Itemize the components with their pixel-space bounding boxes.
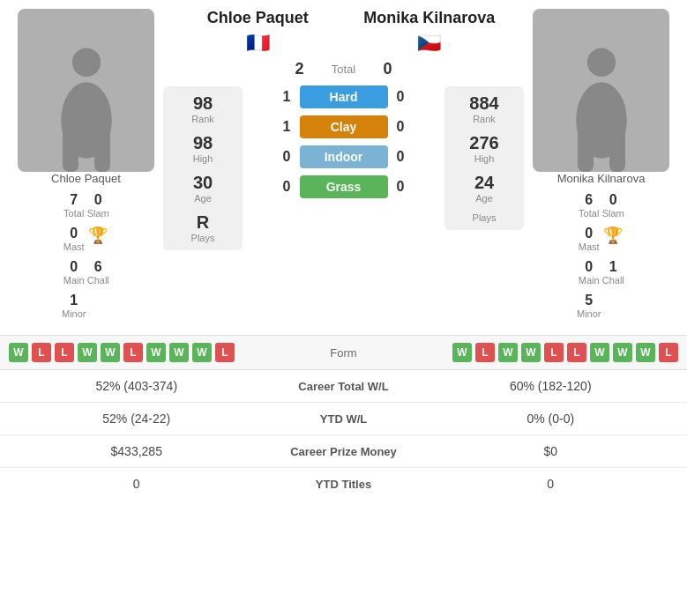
form-badge-p2: L	[544, 343, 564, 362]
clay-p1-score: 1	[270, 119, 291, 135]
player1-stats: 7 Total 0 Slam 0 Mast 🏆 0 Main 6 Chall	[56, 190, 116, 321]
player1-main-label: Main	[62, 275, 86, 286]
player2-slam-value: 0	[601, 192, 626, 208]
hard-p1-score: 1	[270, 89, 291, 105]
hard-p2-score: 0	[397, 89, 418, 105]
player1-high-label: High	[177, 153, 228, 164]
player2-main-value: 0	[577, 259, 601, 275]
player1-age-label: Age	[177, 193, 228, 204]
indoor-row: 0 Indoor 0	[270, 145, 418, 168]
grass-button[interactable]: Grass	[300, 175, 388, 198]
hard-button[interactable]: Hard	[300, 85, 388, 108]
stat-p2-value: 60% (182-120)	[423, 379, 679, 393]
player1-plays-label: Plays	[177, 233, 228, 243]
stat-label: YTD W/L	[265, 412, 423, 426]
player1-slam-value: 0	[86, 192, 111, 208]
player1-slam-label: Slam	[86, 208, 111, 219]
form-badge-p2: L	[475, 343, 495, 362]
player1-flag: 🇫🇷	[172, 32, 344, 55]
stat-p1-value: 52% (403-374)	[9, 379, 265, 393]
stat-p2-value: 0% (0-0)	[423, 412, 679, 426]
svg-point-0	[71, 48, 100, 77]
player2-trophy-icon: 🏆	[601, 226, 626, 245]
form-badge-p1: L	[215, 343, 235, 362]
player2-slam-label: Slam	[601, 208, 626, 219]
form-badge-p2: W	[452, 343, 472, 362]
player2-mast-label: Mast	[579, 241, 600, 252]
stat-p2-value: $0	[423, 444, 679, 458]
player1-plays-value: R	[177, 212, 228, 233]
player1-age-value: 30	[177, 173, 228, 193]
total-p1-score: 2	[283, 60, 304, 78]
indoor-button[interactable]: Indoor	[300, 145, 388, 168]
form-badge-p1: L	[55, 343, 74, 362]
player2-stats: 6 Total 0 Slam 0 Mast 🏆 0 Main 1 Chall	[571, 190, 631, 321]
player1-stats-box: 98 Rank 98 High 30 Age R Plays	[163, 86, 243, 250]
player2-total-value: 6	[577, 192, 601, 208]
player1-chall-value: 6	[86, 259, 111, 275]
form-badge-p2: L	[659, 343, 678, 362]
player2-rank-value: 884	[459, 93, 510, 114]
hard-row: 1 Hard 0	[270, 85, 418, 108]
stat-row: 0 YTD Titles 0	[0, 468, 687, 500]
form-badge-p1: L	[32, 343, 51, 362]
player1-main-value: 0	[62, 259, 86, 275]
player1-high-value: 98	[177, 133, 228, 153]
player1-rank-label: Rank	[177, 114, 228, 124]
indoor-p2-score: 0	[397, 149, 418, 165]
player2-rank-label: Rank	[459, 114, 510, 124]
stat-label: YTD Titles	[265, 478, 423, 491]
clay-row: 1 Clay 0	[270, 115, 418, 138]
player2-flag: 🇨🇿	[344, 32, 516, 55]
player2-main-label: Main	[577, 275, 601, 286]
player2-chall-value: 1	[601, 259, 626, 275]
player2-total-label: Total	[577, 208, 601, 219]
clay-button[interactable]: Clay	[300, 115, 388, 138]
player1-total-label: Total	[62, 208, 86, 219]
player2-mast-value: 0	[585, 226, 593, 241]
player2-high-label: High	[459, 153, 510, 164]
player2-minor-value: 5	[577, 293, 601, 308]
player1-mast-label: Mast	[63, 241, 85, 252]
svg-rect-7	[609, 124, 625, 172]
grass-row: 0 Grass 0	[270, 175, 418, 198]
form-badge-p1: W	[78, 343, 97, 362]
player1-photo	[18, 9, 154, 172]
player1-main-name: Chloe Paquet	[172, 9, 344, 28]
svg-rect-2	[63, 124, 78, 172]
player2-form: WLWWLLWWWL	[397, 343, 679, 362]
svg-rect-6	[578, 124, 594, 172]
form-badge-p1: W	[9, 343, 28, 362]
form-badge-p2: W	[636, 343, 655, 362]
player1-mast-value: 0	[70, 226, 78, 241]
player1-trophy-icon: 🏆	[86, 226, 111, 245]
player1-name-below: Chloe Paquet	[51, 172, 121, 185]
stat-label: Career Total W/L	[265, 380, 423, 393]
player2-chall-label: Chall	[601, 275, 626, 286]
total-row: 2 Total 0	[283, 60, 405, 78]
stat-p2-value: 0	[423, 477, 679, 491]
player2-high-value: 276	[459, 133, 510, 153]
clay-p2-score: 0	[397, 119, 418, 135]
form-badge-p1: W	[169, 343, 189, 362]
player1-minor-value: 1	[62, 293, 86, 308]
stat-label: Career Prize Money	[265, 445, 423, 458]
form-badge-p1: W	[146, 343, 166, 362]
player1-total-value: 7	[62, 192, 86, 208]
total-label: Total	[313, 63, 375, 76]
form-badge-p1: W	[101, 343, 120, 362]
form-badge-p2: W	[521, 343, 541, 362]
grass-p1-score: 0	[270, 179, 291, 195]
player1-rank-value: 98	[177, 93, 228, 114]
player2-plays-label: Plays	[459, 212, 510, 223]
svg-point-4	[586, 48, 615, 77]
stat-row: 52% (403-374) Career Total W/L 60% (182-…	[0, 370, 687, 403]
stat-p1-value: 52% (24-22)	[9, 412, 265, 426]
form-badge-p2: L	[567, 343, 586, 362]
total-p2-score: 0	[384, 60, 405, 78]
player1-column: Chloe Paquet 7 Total 0 Slam 0 Mast 🏆 0 M…	[9, 9, 163, 321]
player2-age-value: 24	[459, 173, 510, 193]
player2-minor-label: Minor	[577, 308, 601, 319]
stat-p1-value: 0	[9, 477, 265, 491]
player1-form: WLLWWLWWWL	[9, 343, 291, 362]
